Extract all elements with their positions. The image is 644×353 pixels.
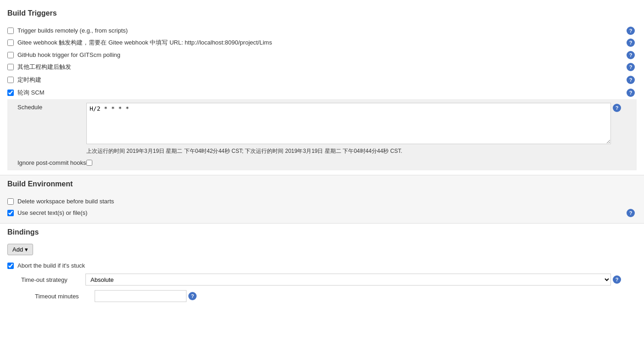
- trigger-remote-help[interactable]: ?: [627, 27, 635, 35]
- build-environment-title: Build Environment: [7, 180, 637, 190]
- abort-build-checkbox[interactable]: [7, 263, 14, 269]
- gitee-webhook-help[interactable]: ?: [627, 39, 635, 47]
- github-hook-help[interactable]: ?: [627, 51, 635, 59]
- scheduled-build-help[interactable]: ?: [627, 76, 635, 84]
- timeout-minutes-row: Timeout minutes 10 ?: [7, 288, 637, 304]
- use-secret-row: Use secret text(s) or file(s) ?: [7, 207, 637, 219]
- schedule-row: Schedule H/2 * * * * 上次运行的时间 2019年3月19日 …: [17, 101, 637, 157]
- gitee-webhook-row: Gitee webhook 触发构建，需要在 Gitee webhook 中填写…: [7, 36, 637, 49]
- build-environment-section: Build Environment Delete workspace befor…: [0, 175, 644, 224]
- other-project-label: 其他工程构建后触发: [17, 63, 71, 71]
- page-container: Build Triggers Trigger builds remotely (…: [0, 0, 644, 353]
- build-triggers-section: Build Triggers Trigger builds remotely (…: [0, 5, 644, 175]
- schedule-textarea[interactable]: H/2 * * * *: [86, 103, 611, 144]
- timeout-minutes-label: Timeout minutes: [35, 293, 95, 300]
- poll-scm-help[interactable]: ?: [627, 89, 635, 97]
- schedule-info: 上次运行的时间 2019年3月19日 星期二 下午04时42分44秒 CST; …: [86, 147, 611, 155]
- add-button-arrow: ▾: [25, 246, 28, 253]
- ignore-hooks-checkbox[interactable]: [86, 160, 92, 166]
- github-hook-row: GitHub hook trigger for GITScm polling ?: [7, 49, 637, 61]
- timeout-strategy-label: Time-out strategy: [21, 276, 85, 283]
- build-triggers-title: Build Triggers: [7, 9, 637, 19]
- timeout-minutes-help[interactable]: ?: [188, 292, 197, 300]
- timeout-minutes-input[interactable]: 10: [95, 290, 186, 302]
- other-project-help[interactable]: ?: [627, 63, 635, 71]
- other-project-row: 其他工程构建后触发 ?: [7, 61, 637, 73]
- github-hook-checkbox[interactable]: [7, 52, 14, 58]
- scheduled-build-row: 定时构建 ?: [7, 73, 637, 86]
- ignore-hooks-row: Ignore post-commit hooks: [17, 157, 637, 168]
- poll-scm-label: 轮询 SCM: [17, 89, 45, 97]
- use-secret-label: Use secret text(s) or file(s): [17, 209, 87, 216]
- use-secret-help[interactable]: ?: [627, 209, 635, 217]
- delete-workspace-label: Delete workspace before build starts: [17, 198, 114, 205]
- abort-build-label: Abort the build if it's stuck: [17, 262, 85, 269]
- scm-schedule-section: Schedule H/2 * * * * 上次运行的时间 2019年3月19日 …: [7, 99, 637, 170]
- schedule-help[interactable]: ?: [613, 104, 621, 112]
- gitee-webhook-label: Gitee webhook 触发构建，需要在 Gitee webhook 中填写…: [17, 39, 272, 47]
- add-button[interactable]: Add ▾: [7, 244, 33, 255]
- schedule-label: Schedule: [17, 103, 86, 111]
- trigger-remote-checkbox[interactable]: [7, 28, 14, 34]
- timeout-strategy-row: Time-out strategy Absolute No Activity L…: [7, 271, 637, 288]
- other-project-checkbox[interactable]: [7, 64, 14, 70]
- github-hook-label: GitHub hook trigger for GITScm polling: [17, 51, 120, 58]
- scheduled-build-checkbox[interactable]: [7, 77, 14, 83]
- timeout-strategy-select[interactable]: Absolute No Activity Likely stuck Deadli…: [85, 274, 611, 286]
- gitee-webhook-checkbox[interactable]: [7, 39, 14, 46]
- delete-workspace-checkbox[interactable]: [7, 198, 14, 205]
- ignore-hooks-label: Ignore post-commit hooks: [17, 159, 86, 166]
- abort-build-row: Abort the build if it's stuck: [7, 260, 637, 271]
- bindings-title: Bindings: [7, 228, 637, 238]
- delete-workspace-row: Delete workspace before build starts: [7, 196, 637, 207]
- bindings-section: Bindings Add ▾ Abort the build if it's s…: [0, 224, 644, 309]
- poll-scm-checkbox[interactable]: [7, 90, 14, 96]
- use-secret-checkbox[interactable]: [7, 210, 14, 216]
- scheduled-build-label: 定时构建: [17, 76, 41, 84]
- trigger-remote-label: Trigger builds remotely (e.g., from scri…: [17, 27, 128, 34]
- schedule-content: H/2 * * * * 上次运行的时间 2019年3月19日 星期二 下午04时…: [86, 103, 611, 155]
- trigger-remote-row: Trigger builds remotely (e.g., from scri…: [7, 25, 637, 36]
- add-button-label: Add: [12, 246, 23, 253]
- poll-scm-row: 轮询 SCM ?: [7, 86, 637, 99]
- timeout-strategy-help[interactable]: ?: [613, 275, 621, 284]
